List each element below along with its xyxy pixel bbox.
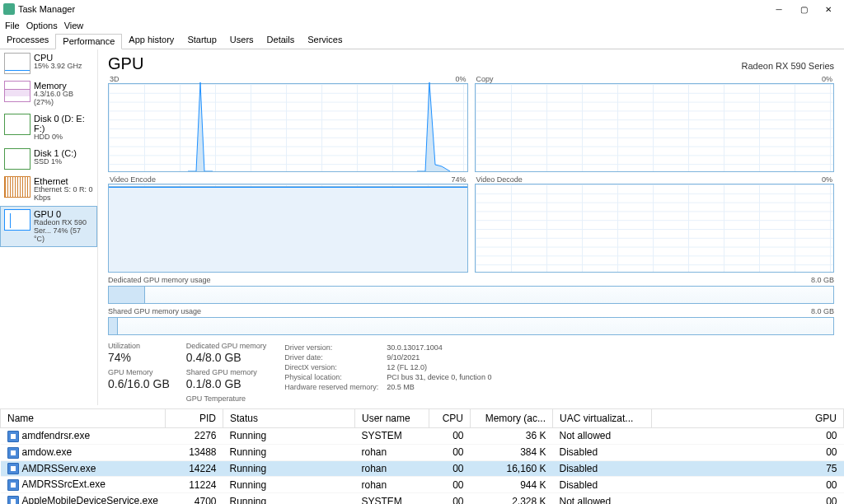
spike-icon [417,82,450,171]
process-icon [7,479,19,491]
cpu-thumb-icon [4,53,30,74]
table-row[interactable]: AMDRSServ.exe14224Runningrohan0016,160 K… [1,460,844,477]
graph-copy[interactable] [475,83,835,172]
maximize-button[interactable]: ▢ [791,1,816,17]
dedicated-mem-bar[interactable] [108,286,834,304]
table-row[interactable]: amdfendrsr.exe2276RunningSYSTEM0036 KNot… [1,428,844,445]
tab-startup[interactable]: Startup [181,33,223,49]
process-icon [7,431,19,442]
graph-label-video-decode[interactable]: Video Decode [476,175,523,184]
gpu-info-table: Driver version:30.0.13017.1004 Driver da… [283,342,493,393]
gpu-thumb-icon [4,209,30,231]
memory-thumb-icon [4,81,30,102]
col-name[interactable]: Name [1,409,166,428]
close-button[interactable]: ✕ [816,1,841,17]
perf-main: GPU Radeon RX 590 Series 3D0% Copy0% Vid… [98,49,844,405]
tab-processes[interactable]: Processes [0,33,55,49]
menu-view[interactable]: View [64,21,84,30]
tab-performance[interactable]: Performance [55,34,122,49]
process-icon [7,463,19,474]
titlebar: Task Manager ─ ▢ ✕ [0,0,844,18]
tab-strip: Processes Performance App history Startu… [0,33,844,49]
graph-label-3d[interactable]: 3D [110,75,120,83]
tab-services[interactable]: Services [301,33,349,49]
sidebar-item-cpu[interactable]: CPU15% 3.92 GHz [0,49,97,77]
graph-3d[interactable] [108,83,468,172]
disk-thumb-icon [4,148,30,170]
disk-thumb-icon [4,114,30,135]
sidebar-item-ethernet[interactable]: EthernetEthernet S: 0 R: 0 Kbps [0,173,97,206]
stat-utilization: 74% [108,351,170,364]
menubar: File Options View [0,18,844,33]
stat-dedicated: 0.4/8.0 GB [186,351,267,364]
col-status[interactable]: Status [223,409,355,428]
page-title: GPU [108,54,143,73]
sidebar-item-memory[interactable]: Memory4.3/16.0 GB (27%) [0,77,97,110]
sidebar-item-gpu0[interactable]: GPU 0Radeon RX 590 Ser... 74% (57 °C) [0,206,97,247]
stat-shared: 0.1/8.0 GB [186,377,267,390]
menu-file[interactable]: File [5,21,20,30]
perf-sidebar: CPU15% 3.92 GHz Memory4.3/16.0 GB (27%) … [0,49,98,405]
details-table: Name PID Status User name CPU Memory (ac… [0,408,844,504]
col-uac[interactable]: UAC virtualizat... [553,409,652,428]
tab-users[interactable]: Users [223,33,260,49]
ethernet-thumb-icon [4,176,30,198]
col-gpu[interactable]: GPU [652,409,844,428]
col-pid[interactable]: PID [166,409,223,428]
sidebar-item-disk1[interactable]: Disk 1 (C:)SSD 1% [0,145,97,173]
menu-options[interactable]: Options [26,21,58,30]
col-cpu[interactable]: CPU [429,409,471,428]
tab-app-history[interactable]: App history [122,33,181,49]
process-icon [7,496,19,504]
label-shared-mem: Shared GPU memory usage [108,307,201,315]
spike-icon [188,82,213,171]
shared-mem-bar[interactable] [108,317,834,335]
table-row[interactable]: AMDRSSrcExt.exe11224Runningrohan00944 KD… [1,477,844,493]
sidebar-item-disk0[interactable]: Disk 0 (D: E: F:)HDD 0% [0,110,97,145]
col-user[interactable]: User name [355,409,429,428]
col-memory[interactable]: Memory (ac... [471,409,553,428]
process-icon [7,447,19,459]
stat-temperature: 57 °C [186,404,267,405]
graph-video-decode[interactable] [475,184,835,273]
table-row[interactable]: AppleMobileDeviceService.exe4700RunningS… [1,493,844,504]
graph-video-encode[interactable] [108,184,468,273]
app-icon [3,3,15,15]
tab-details[interactable]: Details [260,33,302,49]
minimize-button[interactable]: ─ [767,1,791,17]
gpu-name: Radeon RX 590 Series [741,61,834,71]
graph-label-video-encode[interactable]: Video Encode [110,175,156,184]
stat-gpu-memory: 0.6/16.0 GB [108,377,170,390]
label-dedicated-mem: Dedicated GPU memory usage [108,276,211,284]
window-title: Task Manager [18,4,75,14]
table-row[interactable]: amdow.exe13488Runningrohan00384 KDisable… [1,444,844,460]
graph-label-copy[interactable]: Copy [476,75,494,83]
